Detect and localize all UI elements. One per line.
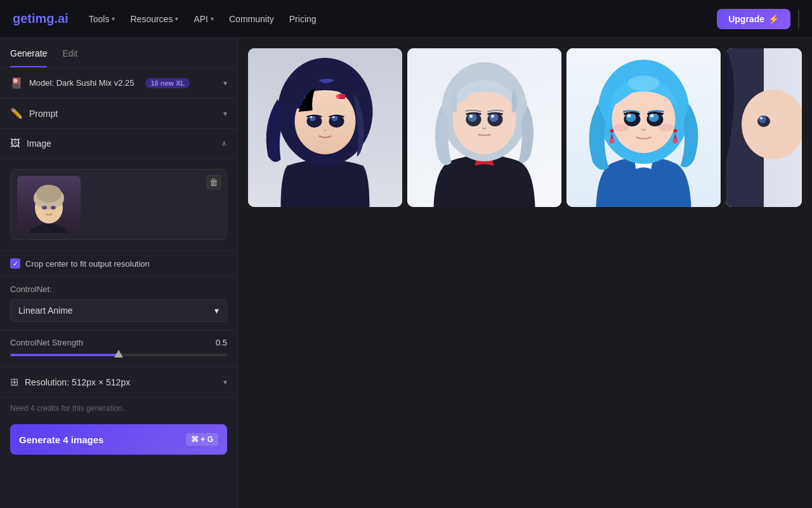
model-name: Model: Dark Sushi Mix v2.25 [29, 78, 134, 88]
tab-generate[interactable]: Generate [10, 48, 47, 67]
resources-nav-item[interactable]: Resources ▾ [130, 14, 178, 24]
model-badge: 10 new XL [145, 78, 190, 88]
nav-menu: Tools ▾ Resources ▾ API ▾ Community Pric… [89, 14, 697, 24]
gallery-image-4[interactable] [726, 48, 802, 207]
api-nav-item[interactable]: API ▾ [193, 14, 214, 24]
slider-fill [10, 354, 119, 356]
prompt-chevron-icon: ▾ [223, 109, 227, 118]
logo[interactable]: getimg.ai [13, 11, 69, 26]
generate-label: Generate 4 images [19, 434, 103, 445]
model-icon: 🎴 [10, 77, 23, 89]
image-chevron-icon: ∧ [221, 139, 227, 148]
svg-point-7 [42, 206, 47, 210]
generate-button[interactable]: Generate 4 images ⌘ + G [10, 424, 227, 455]
strength-slider-track[interactable] [10, 354, 227, 356]
crop-label: Crop center to fit output resolution [25, 259, 150, 269]
anime-char-4 [726, 48, 802, 207]
svg-point-27 [468, 113, 477, 122]
tools-nav-item[interactable]: Tools ▾ [89, 14, 115, 24]
image-thumbnail [17, 176, 81, 233]
anime-svg-1 [248, 48, 402, 207]
gallery-bottom: کارنکن Karnakon.ir [248, 217, 802, 498]
svg-point-52 [759, 116, 766, 123]
delete-image-button[interactable]: 🗑 [206, 175, 221, 190]
svg-point-8 [51, 206, 56, 210]
svg-point-46 [674, 129, 678, 133]
svg-point-28 [490, 113, 499, 122]
prompt-icon: ✏️ [10, 107, 23, 119]
prompt-section[interactable]: ✏️ Prompt ▾ [0, 98, 237, 129]
navbar-right: Upgrade ⚡ [717, 9, 799, 29]
tab-generate-label: Generate [10, 48, 47, 58]
generate-shortcut: ⌘ + G [186, 433, 218, 446]
svg-point-43 [658, 124, 674, 131]
resources-label: Resources [130, 14, 173, 24]
navbar-separator [798, 10, 799, 29]
strength-value: 0.5 [216, 338, 227, 347]
lightning-icon: ⚡ [768, 14, 779, 24]
main-content: Generate Edit 🎴 Model: Dark Sushi Mix v2… [0, 38, 812, 508]
svg-point-30 [491, 115, 494, 118]
community-label: Community [229, 14, 274, 24]
svg-point-53 [760, 117, 763, 119]
image-upload-section: 🗑 [0, 159, 237, 251]
resolution-label: Resolution: 512px × 512px [25, 377, 130, 387]
navbar: getimg.ai Tools ▾ Resources ▾ API ▾ Comm… [0, 0, 812, 38]
svg-point-42 [614, 124, 629, 131]
resolution-icon: ⊞ [10, 376, 18, 388]
anime-svg-2 [407, 48, 561, 207]
shortcut-text: ⌘ + G [191, 435, 213, 444]
tools-label: Tools [89, 14, 110, 24]
anime-char-3 [566, 48, 721, 207]
image-icon: 🖼 [10, 138, 20, 149]
image-label: Image [27, 138, 51, 149]
anime-char-2 [407, 48, 561, 207]
thumbnail-svg [17, 176, 81, 233]
image-left: 🖼 Image [10, 138, 51, 149]
tab-edit[interactable]: Edit [62, 48, 77, 67]
gallery-row [248, 48, 802, 207]
anime-char-1 [248, 48, 402, 207]
model-selector-left: 🎴 Model: Dark Sushi Mix v2.25 10 new XL [10, 77, 190, 89]
credits-info: Need 4 credits for this generation. [0, 398, 237, 419]
crop-checkbox-row: ✓ Crop center to fit output resolution [0, 251, 237, 277]
controlnet-select[interactable]: Lineart Anime ▾ [10, 299, 227, 322]
svg-point-39 [649, 113, 659, 122]
svg-point-45 [610, 138, 615, 144]
svg-point-38 [626, 113, 636, 122]
controlnet-value: Lineart Anime [18, 305, 73, 316]
community-nav-item[interactable]: Community [229, 14, 274, 24]
svg-point-6 [36, 185, 62, 203]
resolution-selector[interactable]: ⊞ Resolution: 512px × 512px ▾ [0, 367, 237, 398]
model-selector[interactable]: 🎴 Model: Dark Sushi Mix v2.25 10 new XL … [0, 68, 237, 98]
crop-checkbox[interactable]: ✓ [10, 258, 20, 269]
prompt-left: ✏️ Prompt [10, 107, 58, 119]
svg-point-44 [610, 129, 614, 133]
tools-chevron-icon: ▾ [112, 15, 115, 22]
svg-point-35 [628, 76, 660, 91]
upgrade-button[interactable]: Upgrade ⚡ [717, 9, 790, 29]
pricing-nav-item[interactable]: Pricing [289, 14, 317, 24]
slider-thumb[interactable] [114, 350, 123, 358]
sidebar-tabs: Generate Edit [0, 38, 237, 68]
resolution-left: ⊞ Resolution: 512px × 512px [10, 376, 130, 388]
controlnet-section: ControlNet: Lineart Anime ▾ [0, 277, 237, 330]
gallery-image-2[interactable] [407, 48, 561, 207]
image-upload-area[interactable]: 🗑 [10, 169, 227, 240]
gallery: کارنکن Karnakon.ir [238, 38, 812, 508]
gallery-image-3[interactable] [566, 48, 721, 207]
svg-point-40 [627, 114, 631, 117]
api-label: API [193, 14, 208, 24]
credits-label: Need 4 credits for this generation. [10, 404, 124, 413]
resources-chevron-icon: ▾ [175, 15, 178, 22]
image-section-header[interactable]: 🖼 Image ∧ [0, 129, 237, 159]
logo-text: getimg.ai [13, 11, 69, 25]
strength-section: ControlNet Strength 0.5 [0, 330, 237, 367]
anime-svg-3 [566, 48, 721, 207]
pricing-label: Pricing [289, 14, 317, 24]
prompt-label: Prompt [29, 109, 58, 119]
strength-header: ControlNet Strength 0.5 [10, 338, 227, 347]
gallery-image-1[interactable] [248, 48, 402, 207]
resolution-chevron-icon: ▾ [223, 378, 227, 387]
dropdown-chevron-icon: ▾ [214, 305, 219, 316]
